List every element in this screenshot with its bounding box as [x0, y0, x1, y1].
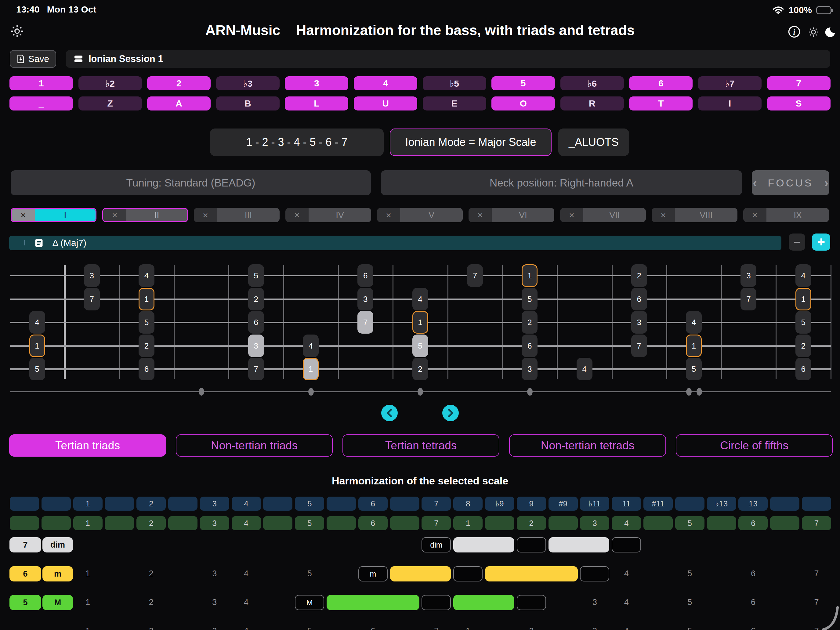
fret-note-4[interactable]: 4: [139, 264, 155, 287]
fret-note-2[interactable]: 2: [248, 288, 264, 310]
fret-note-1[interactable]: 1: [139, 288, 155, 310]
degree-pill-8[interactable]: 5: [491, 76, 555, 90]
close-icon[interactable]: ×: [194, 208, 217, 222]
fret-note-3[interactable]: 3: [84, 264, 100, 287]
fret-note-2[interactable]: 2: [139, 335, 155, 357]
fret-note-5[interactable]: 5: [248, 264, 264, 287]
prev-position-button[interactable]: [381, 405, 398, 421]
extension-cell-6[interactable]: 6: [358, 497, 388, 511]
degree-cell-6[interactable]: 6: [358, 516, 388, 530]
degree-cell-1[interactable]: 1: [73, 516, 103, 530]
next-position-button[interactable]: [442, 405, 459, 421]
tab-tertian-triads[interactable]: Tertian triads: [9, 434, 166, 456]
info-icon[interactable]: i: [788, 25, 801, 38]
close-icon[interactable]: ×: [103, 209, 126, 221]
tab-tertian-tetrads[interactable]: Tertian tetrads: [343, 434, 499, 456]
fret-note-3[interactable]: 3: [741, 264, 756, 287]
extension-cell-empty[interactable]: [327, 497, 356, 511]
scale-letters-button[interactable]: _ALUOTS: [558, 128, 629, 156]
fret-note-7[interactable]: 7: [84, 288, 100, 310]
extension-cell-8[interactable]: 8: [453, 497, 483, 511]
position-tab-VI[interactable]: ×VI: [469, 208, 554, 222]
mode-name-button[interactable]: Ionian Mode = Major Scale: [390, 128, 551, 156]
letter-pill-1[interactable]: _: [9, 96, 73, 111]
position-tab-IX[interactable]: ×IX: [743, 208, 829, 222]
degree-pill-10[interactable]: 6: [629, 76, 693, 90]
focus-next-icon[interactable]: ›: [824, 176, 828, 190]
fret-note-7[interactable]: 7: [248, 358, 264, 381]
degree-cell-4[interactable]: 4: [612, 516, 641, 530]
fret-note-5[interactable]: 5: [796, 311, 811, 334]
close-icon[interactable]: ×: [377, 208, 400, 222]
degree-cell-empty[interactable]: [105, 516, 134, 530]
position-tab-IV[interactable]: ×IV: [286, 208, 371, 222]
degree-pill-9[interactable]: ♭6: [561, 76, 624, 90]
fret-note-3[interactable]: 3: [522, 358, 537, 381]
fret-note-3[interactable]: 3: [357, 288, 373, 310]
fret-note-1[interactable]: 1: [303, 358, 319, 381]
letter-pill-12[interactable]: S: [767, 96, 831, 111]
degree-pill-6[interactable]: 4: [354, 76, 417, 90]
fret-note-2[interactable]: 2: [631, 264, 647, 287]
letter-pill-6[interactable]: U: [354, 96, 417, 111]
fret-note-4[interactable]: 4: [412, 288, 428, 310]
letter-pill-5[interactable]: L: [285, 96, 348, 111]
close-icon[interactable]: ×: [469, 208, 492, 222]
fret-note-2[interactable]: 2: [796, 335, 811, 357]
degree-cell-empty[interactable]: [707, 516, 736, 530]
fret-note-2[interactable]: 2: [412, 358, 428, 381]
degree-pill-3[interactable]: 2: [147, 76, 211, 90]
letter-pill-2[interactable]: Z: [79, 96, 142, 111]
close-icon[interactable]: ×: [652, 208, 675, 222]
degree-cell-3[interactable]: 3: [580, 516, 609, 530]
fret-note-4[interactable]: 4: [576, 358, 592, 381]
fret-note-7[interactable]: 7: [741, 288, 756, 310]
stepper-quality-M[interactable]: M: [43, 595, 73, 610]
position-tab-II[interactable]: ×II: [102, 208, 188, 222]
degree-pill-11[interactable]: ♭7: [698, 76, 761, 90]
light-mode-sun-icon[interactable]: [807, 26, 820, 38]
degree-cell-2[interactable]: 2: [136, 516, 166, 530]
tuning-button[interactable]: Tuning: Standard (BEADG): [11, 171, 371, 195]
extension-cell-11[interactable]: 11: [612, 497, 641, 511]
degree-cell-2[interactable]: 2: [517, 516, 546, 530]
fret-note-6[interactable]: 6: [357, 264, 373, 287]
focus-button[interactable]: ‹ FOCUS ›: [752, 171, 829, 195]
dark-mode-moon-icon[interactable]: [824, 26, 836, 38]
scale-degrees-button[interactable]: 1 - 2 - 3 - 4 - 5 - 6 - 7: [210, 128, 384, 156]
letter-pill-3[interactable]: A: [147, 96, 211, 111]
fret-note-6[interactable]: 6: [796, 358, 811, 381]
degree-cell-1[interactable]: 1: [453, 516, 483, 530]
extension-cell-empty[interactable]: [263, 497, 292, 511]
degree-cell-empty[interactable]: [168, 516, 197, 530]
degree-cell-empty[interactable]: [390, 516, 419, 530]
fret-note-2[interactable]: 2: [522, 311, 537, 334]
degree-cell-empty[interactable]: [548, 516, 578, 530]
letter-pill-7[interactable]: E: [423, 96, 486, 111]
close-icon[interactable]: ×: [560, 208, 583, 222]
degree-pill-4[interactable]: ♭3: [216, 76, 279, 90]
focus-prev-icon[interactable]: ‹: [753, 176, 757, 190]
degree-cell-3[interactable]: 3: [200, 516, 229, 530]
extension-cell-13[interactable]: 13: [738, 497, 768, 511]
extension-cell-empty[interactable]: [770, 497, 799, 511]
extension-cell-3[interactable]: 3: [200, 497, 229, 511]
degree-cell-empty[interactable]: [263, 516, 292, 530]
tab-circle-of-fifths[interactable]: Circle of fifths: [676, 434, 833, 456]
letter-pill-11[interactable]: I: [698, 96, 761, 111]
fret-note-3[interactable]: 3: [248, 335, 264, 357]
fret-note-1[interactable]: 1: [29, 335, 45, 357]
fret-note-1[interactable]: 1: [686, 335, 702, 357]
stepper-value-6[interactable]: 6: [9, 566, 41, 581]
fret-note-5[interactable]: 5: [29, 358, 45, 381]
extension-cell-7[interactable]: 7: [422, 497, 451, 511]
degree-cell-empty[interactable]: [327, 516, 356, 530]
degree-cell-5[interactable]: 5: [675, 516, 704, 530]
close-icon[interactable]: ×: [286, 208, 309, 222]
degree-cell-4[interactable]: 4: [232, 516, 261, 530]
chord-bar[interactable]: I Δ (Maj7): [9, 236, 782, 250]
extension-cell-5[interactable]: 5: [295, 497, 324, 511]
degree-cell-7[interactable]: 7: [422, 516, 451, 530]
degree-pill-1[interactable]: 1: [9, 76, 73, 90]
extension-cell-1[interactable]: 1: [73, 497, 103, 511]
